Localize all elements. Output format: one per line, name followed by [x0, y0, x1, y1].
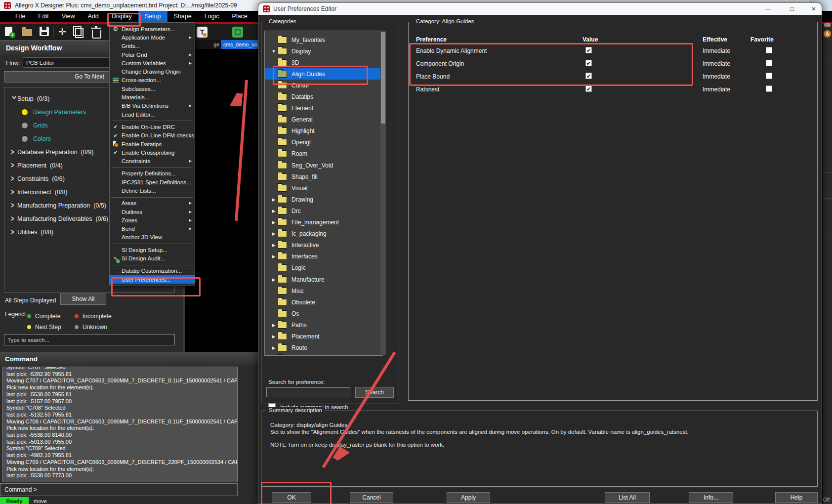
collapsed-triangle-icon[interactable]: ▶	[272, 323, 276, 328]
favorite-checkbox[interactable]	[766, 60, 772, 66]
chevron-icon[interactable]: >	[9, 95, 18, 102]
collapsed-triangle-icon[interactable]: ▶	[272, 334, 276, 339]
category-tree-item[interactable]: ▶ Drc	[265, 205, 382, 216]
setup-menu-item[interactable]: ✔ Enable On-Line DRC	[110, 123, 195, 131]
favorite-checkbox[interactable]	[766, 47, 772, 53]
minimize-icon[interactable]: —	[760, 3, 776, 15]
category-tree-item[interactable]: ▶ Route	[265, 342, 382, 354]
category-tree-item[interactable]: My_favorites	[265, 34, 382, 45]
help-button[interactable]: Help	[775, 492, 818, 503]
category-tree-item[interactable]: Misc	[265, 285, 382, 296]
category-tree-item[interactable]: ▶ Interactive	[265, 240, 382, 251]
collapsed-triangle-icon[interactable]: ▶	[272, 277, 276, 282]
collapsed-triangle-icon[interactable]: ▶	[272, 231, 276, 236]
ok-button[interactable]: OK	[272, 492, 311, 503]
setup-menu-item[interactable]: Bend ▶	[110, 225, 195, 233]
value-checkbox[interactable]: ✔	[585, 47, 592, 53]
setup-menu-item[interactable]: Materials...	[110, 93, 195, 101]
close-icon[interactable]: ✕	[806, 3, 822, 15]
search-button[interactable]: Search	[355, 387, 394, 398]
category-tree-item[interactable]: ▶ File_management	[265, 217, 382, 228]
setup-menu-item[interactable]: Property Definitions...	[110, 169, 195, 178]
info-button[interactable]: Info...	[689, 492, 733, 503]
category-tree-item[interactable]: Seg_Over_Void	[265, 160, 382, 171]
category-tree-item[interactable]: General	[265, 114, 382, 126]
collapsed-triangle-icon[interactable]: ▶	[272, 254, 276, 259]
category-tree-item[interactable]: ▶ Ic_packaging	[265, 228, 382, 240]
cancel-button[interactable]: Cancel	[350, 492, 393, 503]
scrollbar-thumb[interactable]	[381, 32, 385, 124]
chevron-icon[interactable]: >	[11, 161, 17, 169]
command-log[interactable]: Symbol "C707" Selectedlast pick: -5282.9…	[2, 367, 238, 482]
collapsed-triangle-icon[interactable]: ▶	[272, 345, 276, 350]
menu-bar-item[interactable]: Add	[82, 11, 105, 22]
chevron-icon[interactable]: >	[11, 147, 17, 156]
category-tree-item[interactable]: ▶ Drawing	[265, 194, 382, 205]
category-tree-item[interactable]: Os	[265, 308, 382, 319]
a-badge-icon[interactable]: A	[824, 30, 831, 38]
menu-bar-item[interactable]: Place	[226, 11, 254, 22]
collapsed-triangle-icon[interactable]: ▶	[272, 243, 276, 248]
chevron-icon[interactable]: >	[11, 227, 17, 236]
menu-bar-item[interactable]: Shape	[167, 11, 198, 22]
category-tree-item[interactable]: ▶ Paths	[265, 319, 382, 331]
setup-menu-item[interactable]: ∿ SI Design Audit...	[110, 254, 195, 262]
setup-menu-item[interactable]: Enable Datatips	[110, 140, 195, 148]
category-tree-item[interactable]: Opengl	[265, 137, 382, 148]
show-all-button[interactable]: Show All	[60, 294, 106, 305]
favorite-checkbox[interactable]	[766, 85, 772, 92]
collapsed-triangle-icon[interactable]: ▶	[272, 220, 276, 225]
apply-button[interactable]: Apply	[447, 492, 490, 503]
setup-menu-item[interactable]: SI Design Setup...	[110, 246, 195, 254]
save-icon[interactable]	[40, 27, 49, 36]
list-all-button[interactable]: List All	[605, 492, 650, 503]
setup-menu-item[interactable]: Application Mode ▶	[110, 33, 195, 42]
category-tree-item[interactable]: Element	[265, 103, 382, 114]
category-tree-item[interactable]: Cursor	[265, 80, 382, 91]
expanded-triangle-icon[interactable]: ▼	[272, 49, 276, 54]
tab-active-drawing[interactable]: cms_demo_un	[221, 40, 259, 49]
move-icon[interactable]: ✛	[58, 27, 66, 38]
value-checkbox[interactable]: ✔	[585, 60, 592, 66]
copy-icon[interactable]	[75, 28, 83, 38]
setup-menu-item[interactable]: Define Lists...	[110, 186, 195, 195]
menu-bar-item[interactable]: Logic	[198, 11, 226, 22]
menu-bar-item[interactable]: File	[9, 11, 32, 22]
category-tree-item[interactable]: Align Guides	[265, 68, 382, 80]
setup-menu-item[interactable]: Lead Editor...	[110, 110, 195, 119]
chevron-icon[interactable]: >	[11, 201, 17, 210]
menu-bar-item[interactable]: Display	[105, 11, 138, 22]
category-tree-item[interactable]: ▶ Interfaces	[265, 251, 382, 262]
category-tree-item[interactable]: Roam	[265, 148, 382, 160]
tab-partial[interactable]: ge	[213, 42, 219, 47]
chevron-icon[interactable]: >	[11, 214, 17, 223]
open-file-icon[interactable]	[22, 29, 32, 36]
setup-menu-item[interactable]: Subclasses...	[110, 84, 195, 93]
dialog-titlebar[interactable]: User Preferences Editor — □ ✕	[258, 3, 822, 15]
setup-menu-item[interactable]: Constraints ▶	[110, 157, 195, 165]
workflow-search-input[interactable]	[4, 334, 175, 345]
category-tree-item[interactable]: Shape_fill	[265, 171, 382, 182]
delete-icon[interactable]	[92, 30, 101, 39]
value-checkbox[interactable]: ✔	[585, 85, 592, 92]
new-file-icon[interactable]	[5, 27, 12, 36]
category-tree-item[interactable]: ▶ Manufacture	[265, 274, 382, 285]
board-tool-icon[interactable]	[232, 27, 243, 38]
setup-menu-item[interactable]: Outlines ▶	[110, 208, 195, 216]
menu-bar-item[interactable]: Edit	[32, 11, 55, 22]
collapsed-triangle-icon[interactable]: ▶	[272, 197, 276, 202]
setup-menu-item[interactable]: Change Drawing Origin	[110, 67, 195, 76]
chevron-icon[interactable]: >	[11, 174, 17, 183]
setup-menu-item[interactable]: Datatip Customization...	[110, 267, 195, 275]
tree-scrollbar[interactable]	[380, 31, 386, 355]
text-tool-icon[interactable]: T	[197, 27, 208, 38]
category-tree-item[interactable]: Datatips	[265, 91, 382, 102]
setup-menu-item[interactable]: Polar Grid ▶	[110, 50, 195, 59]
setup-menu-item[interactable]: Anchor 3D View	[110, 233, 195, 242]
category-tree-item[interactable]: Logic	[265, 262, 382, 274]
category-tree-item[interactable]: Visual	[265, 182, 382, 194]
category-tree-item[interactable]: Obsolete	[265, 296, 382, 308]
category-tree-item[interactable]: 3D	[265, 57, 382, 68]
command-prompt-input[interactable]: Command >	[0, 483, 238, 496]
maximize-icon[interactable]: □	[784, 3, 800, 15]
